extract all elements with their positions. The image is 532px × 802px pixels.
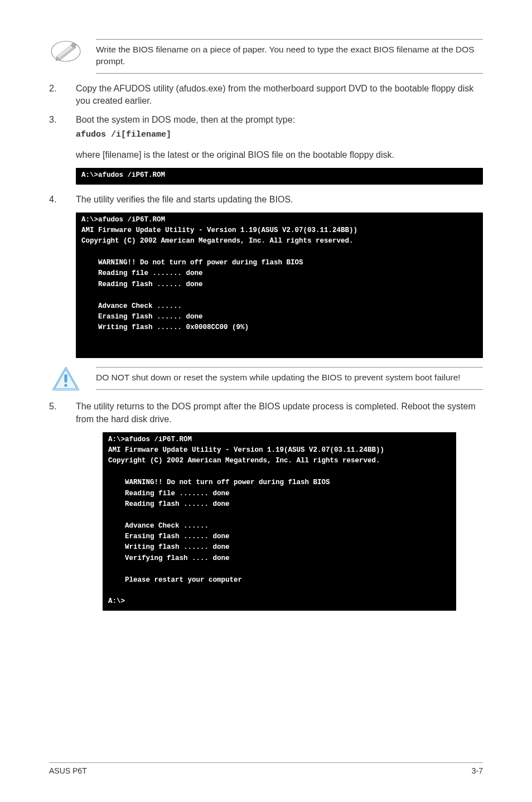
step-5: 5. The utility returns to the DOS prompt…	[49, 400, 483, 425]
step-text: Boot the system in DOS mode, then at the…	[76, 115, 295, 124]
step-3: 3. Boot the system in DOS mode, then at …	[49, 114, 483, 141]
note-caution: DO NOT shut down or reset the system whi…	[49, 367, 483, 392]
step-3-followup: where [filename] is the latest or the or…	[76, 149, 483, 161]
note-pencil: Write the BIOS filename on a piece of pa…	[49, 39, 483, 74]
step-number: 3.	[49, 114, 61, 141]
step-4: 4. The utility verifies the file and sta…	[49, 194, 483, 206]
terminal-output-2: A:\>afudos /iP6T.ROM AMI Firmware Update…	[76, 212, 483, 359]
svg-point-3	[64, 384, 67, 387]
step-list: 2. Copy the AFUDOS utility (afudos.exe) …	[49, 83, 483, 141]
note-text: Write the BIOS filename on a piece of pa…	[96, 39, 483, 74]
step-body: The utility verifies the file and starts…	[76, 194, 483, 206]
footer-product: ASUS P6T	[49, 766, 87, 775]
page-footer: ASUS P6T 3-7	[49, 762, 483, 775]
step-number: 5.	[49, 400, 61, 425]
step-2: 2. Copy the AFUDOS utility (afudos.exe) …	[49, 83, 483, 107]
step-body: The utility returns to the DOS prompt af…	[76, 400, 483, 425]
command-text: afudos /i[filename]	[76, 129, 483, 141]
terminal-output-3: A:\>afudos /iP6T.ROM AMI Firmware Update…	[103, 432, 456, 611]
terminal-output-1: A:\>afudos /iP6T.ROM	[76, 168, 483, 184]
caution-text: DO NOT shut down or reset the system whi…	[96, 367, 483, 390]
pencil-icon	[49, 39, 83, 64]
svg-rect-2	[64, 374, 67, 383]
footer-page-number: 3-7	[472, 766, 483, 775]
step-list: 4. The utility verifies the file and sta…	[49, 194, 483, 206]
caution-icon	[49, 367, 83, 392]
step-number: 2.	[49, 83, 61, 107]
step-body: Copy the AFUDOS utility (afudos.exe) fro…	[76, 83, 483, 107]
step-list: 5. The utility returns to the DOS prompt…	[49, 400, 483, 425]
step-number: 4.	[49, 194, 61, 206]
step-body: Boot the system in DOS mode, then at the…	[76, 114, 483, 141]
